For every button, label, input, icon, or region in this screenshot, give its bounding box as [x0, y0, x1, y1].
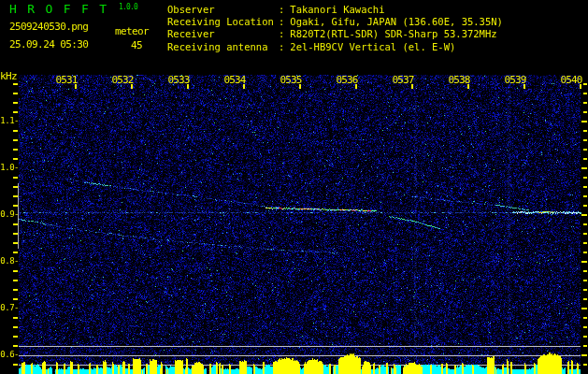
freq-tick-value: 0.6	[0, 350, 14, 359]
time-tick-label: 0534	[222, 75, 247, 85]
freq-tick-dash: -	[14, 303, 19, 312]
freq-axis-unit-label: kHz	[0, 71, 17, 81]
station-info-separator: :	[279, 4, 284, 15]
observation-mode: meteor	[115, 26, 149, 36]
time-tick-label: 0540	[559, 75, 583, 85]
freq-tick-value: 1.1	[0, 116, 14, 125]
freq-tick-dash: -	[14, 163, 19, 172]
station-info-separator: :	[279, 16, 284, 27]
echo-count: 45	[131, 40, 142, 50]
freq-tick-label: 0.6-	[0, 351, 19, 359]
station-info-block: Observer:Takanori KawachiReceiving Locat…	[167, 4, 503, 53]
freq-tick-dash: -	[14, 256, 19, 266]
app-version: 1.0.0	[119, 4, 137, 11]
station-info-line: Observer:Takanori Kawachi	[167, 4, 503, 16]
time-tick-label: 0533	[166, 75, 191, 85]
station-info-value: Ogaki, Gifu, JAPAN (136.60E, 35.35N)	[290, 16, 503, 27]
time-tick-label: 0531	[54, 75, 79, 85]
freq-tick-label: 0.8-	[0, 257, 19, 266]
station-info-label: Receiving Location	[167, 16, 279, 28]
station-info-label: Observer	[167, 4, 279, 16]
station-info-line: Receiver:R820T2(RTL-SDR) SDR-Sharp 53.37…	[167, 28, 503, 40]
output-filename: 2509240530.png	[9, 22, 88, 32]
station-info-separator: :	[279, 28, 284, 39]
time-tick-label: 0537	[391, 75, 415, 85]
spectrogram-canvas	[0, 0, 588, 374]
station-info-value: R820T2(RTL-SDR) SDR-Sharp 53.372MHz	[290, 28, 496, 39]
station-info-line: Receiving Location:Ogaki, Gifu, JAPAN (1…	[167, 16, 503, 28]
station-info-line: Receiving antenna:2el-HB9CV Vertical (el…	[167, 41, 503, 53]
time-tick-label: 0538	[447, 75, 471, 85]
freq-tick-value: 0.7	[0, 303, 14, 312]
station-info-value: Takanori Kawachi	[290, 4, 384, 15]
freq-tick-label: 1.1-	[0, 117, 19, 125]
station-info-label: Receiving antenna	[167, 41, 279, 53]
freq-tick-label: 0.7-	[0, 304, 19, 312]
freq-tick-value: 1.0	[0, 163, 14, 172]
freq-tick-label: 1.0-	[0, 164, 19, 172]
freq-tick-label: 0.9-	[0, 210, 19, 219]
station-info-label: Receiver	[167, 28, 279, 40]
freq-tick-dash: -	[14, 350, 19, 359]
hrofft-window: HROFFT 1.0.0 2509240530.png meteor 25.09…	[0, 0, 588, 374]
freq-tick-dash: -	[14, 116, 19, 125]
observation-datetime: 25.09.24 05:30	[9, 39, 88, 50]
freq-tick-value: 0.8	[0, 256, 14, 266]
time-tick-label: 0532	[110, 75, 135, 85]
time-tick-label: 0539	[503, 75, 527, 85]
station-info-value: 2el-HB9CV Vertical (el. E-W)	[290, 41, 455, 52]
app-title: HROFFT	[9, 3, 117, 15]
freq-tick-value: 0.9	[0, 209, 14, 219]
time-tick-label: 0536	[335, 75, 359, 85]
time-tick-label: 0535	[279, 75, 303, 85]
freq-tick-dash: -	[14, 209, 19, 219]
station-info-separator: :	[279, 41, 284, 52]
